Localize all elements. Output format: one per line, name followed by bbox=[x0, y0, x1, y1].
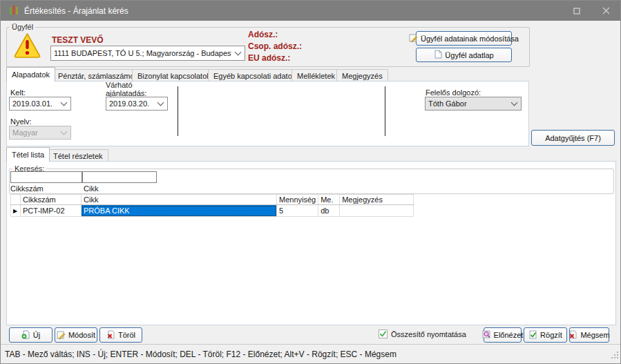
cell-mennyiseg[interactable]: 5 bbox=[277, 205, 318, 217]
grid-header-row: Cikkszám Cikk Mennyiség Me. Megjegyzés bbox=[11, 195, 414, 205]
adatgyujtes-button[interactable]: Adatgyűjtés (F7) bbox=[531, 130, 615, 146]
customer-datasheet-button[interactable]: Ügyfél adatlap bbox=[416, 48, 512, 62]
status-bar: TAB - Mező váltás; INS - Új; ENTER - Mód… bbox=[1, 344, 620, 364]
row-selector-icon: ▶ bbox=[11, 205, 21, 217]
status-bar-text: TAB - Mező váltás; INS - Új; ENTER - Mód… bbox=[5, 349, 397, 359]
customer-datasheet-label: Ügyfél adatlap bbox=[445, 51, 493, 59]
modify-button-label: Módosít bbox=[68, 331, 95, 339]
tab-mellekletek[interactable]: Mellékletek bbox=[292, 69, 341, 82]
customer-edit-button[interactable]: Ügyfél adatainak módosítása bbox=[416, 31, 512, 46]
tab-egyeb-kapcsolati-adatok[interactable]: Egyéb kapcsolati adatok bbox=[208, 69, 301, 82]
customer-address-combo[interactable]: 1111 BUDAPEST, TÓ U 5.; Magyarország - B… bbox=[50, 46, 245, 61]
cell-cikk-selected[interactable]: PRÓBA CIKK bbox=[82, 205, 277, 217]
customer-name: TESZT VEVŐ bbox=[52, 35, 104, 45]
new-button-label: Új bbox=[33, 331, 40, 339]
group-tax-number-label: Csop. adósz.: bbox=[248, 41, 302, 51]
customer-address-value: 1111 BUDAPEST, TÓ U 5.; Magyarország - B… bbox=[54, 49, 231, 57]
cancel-x-icon bbox=[569, 330, 577, 341]
varhato-date-value: 2019.03.20. bbox=[109, 99, 149, 108]
window-controls bbox=[562, 1, 620, 21]
nyelv-label: Nyelv: bbox=[10, 117, 32, 126]
grid-col-mennyiseg[interactable]: Mennyiség bbox=[277, 195, 318, 205]
eu-tax-number-label: EU adósz.: bbox=[248, 53, 290, 63]
grid-col-cikk[interactable]: Cikk bbox=[82, 195, 277, 205]
check-icon bbox=[379, 330, 387, 338]
maximize-button[interactable] bbox=[562, 1, 591, 21]
felelos-dolgozo-label: Felelős dolgozó: bbox=[426, 88, 481, 97]
tab-penztar-szamlaszamok[interactable]: Pénztár, számlaszámok bbox=[52, 69, 144, 82]
kelt-label: Kelt: bbox=[10, 88, 26, 97]
cancel-button-label: Mégsem bbox=[580, 331, 609, 339]
grid-col-cikkszam[interactable]: Cikkszám bbox=[21, 195, 82, 205]
kelt-date-value: 2019.03.01. bbox=[12, 99, 52, 108]
new-button[interactable]: Új bbox=[9, 327, 52, 343]
edit-pencil-icon bbox=[409, 33, 418, 44]
felelos-dolgozo-combo[interactable]: Tóth Gábor bbox=[425, 97, 522, 111]
nyelv-value: Magyar bbox=[12, 128, 38, 137]
preview-button-label: Előnézet bbox=[494, 331, 524, 339]
grid-col-me[interactable]: Me. bbox=[318, 195, 340, 205]
document-icon bbox=[434, 50, 442, 60]
resize-grip[interactable] bbox=[611, 351, 619, 361]
tab-megjegyzes[interactable]: Megjegyzés bbox=[336, 69, 388, 82]
print-preview-icon bbox=[482, 330, 491, 341]
edit-pencil-icon bbox=[57, 330, 66, 341]
cell-cikkszam[interactable]: PCT-IMP-02 bbox=[21, 205, 82, 217]
chevron-down-icon bbox=[61, 128, 68, 135]
title-bar[interactable]: Értékesítés - Árajánlat kérés bbox=[1, 1, 620, 21]
cell-me[interactable]: db bbox=[318, 205, 340, 217]
adatgyujtes-label: Adatgyűjtés (F7) bbox=[545, 134, 601, 142]
tab-tetel-lista[interactable]: Tétel lista bbox=[6, 147, 50, 162]
tab-alapadatok[interactable]: Alapadatok bbox=[6, 67, 55, 82]
varhato-date-combo[interactable]: 2019.03.20. bbox=[106, 97, 168, 111]
search-cikk-label: Cikk bbox=[84, 184, 98, 193]
summary-print-label[interactable]: Összesítő nyomtatása bbox=[391, 330, 466, 338]
tab-bizonylat-kapcsolatok[interactable]: Bizonylat kapcsolatok bbox=[132, 69, 216, 82]
delete-button-label: Töröl bbox=[118, 331, 135, 339]
summary-print-checkbox[interactable] bbox=[379, 329, 388, 338]
grid-col-megjegyzes[interactable]: Megjegyzés bbox=[340, 195, 414, 205]
app-window: Értékesítés - Árajánlat kérés Ügyfél TES… bbox=[0, 0, 621, 364]
cell-megjegyzes[interactable] bbox=[340, 205, 414, 217]
modify-button[interactable]: Módosít bbox=[55, 327, 97, 343]
chevron-down-icon bbox=[157, 99, 164, 106]
cancel-button[interactable]: Mégsem bbox=[569, 327, 609, 343]
search-cikk-input[interactable] bbox=[82, 171, 157, 183]
customer-edit-label: Ügyfél adatainak módosítása bbox=[421, 35, 519, 43]
nyelv-combo[interactable]: Magyar bbox=[9, 126, 71, 140]
grid-corner-cell bbox=[11, 195, 21, 205]
save-button[interactable]: Rögzít bbox=[524, 327, 567, 343]
kelt-date-combo[interactable]: 2019.03.01. bbox=[9, 97, 71, 111]
chevron-down-icon bbox=[511, 99, 518, 106]
form-divider-1 bbox=[178, 86, 178, 136]
new-page-plus-icon bbox=[21, 330, 30, 341]
chevron-down-icon bbox=[61, 99, 68, 106]
customer-group-label: Ügyfél bbox=[10, 23, 35, 31]
delete-button[interactable]: Töröl bbox=[99, 327, 142, 343]
felelos-dolgozo-value: Tóth Gábor bbox=[428, 99, 467, 108]
app-logo-icon bbox=[9, 5, 19, 17]
save-check-icon bbox=[528, 330, 537, 341]
preview-button[interactable]: Előnézet bbox=[484, 327, 522, 343]
varhato-label-line1: Várható bbox=[106, 81, 133, 89]
delete-x-icon bbox=[106, 330, 115, 341]
save-button-label: Rögzít bbox=[540, 331, 562, 339]
search-cikkszam-label: Cikkszám bbox=[10, 184, 44, 193]
search-cikkszam-input[interactable] bbox=[10, 171, 82, 183]
grid-data-row: ▶ PCT-IMP-02 PRÓBA CIKK 5 db bbox=[11, 205, 414, 217]
close-button[interactable] bbox=[591, 1, 620, 21]
form-divider-2 bbox=[385, 86, 385, 136]
tax-number-label: Adósz.: bbox=[248, 30, 278, 39]
warning-icon bbox=[13, 32, 41, 60]
chevron-down-icon bbox=[235, 49, 242, 56]
window-title: Értékesítés - Árajánlat kérés bbox=[24, 6, 128, 16]
item-grid: Cikkszám Cikk Mennyiség Me. Megjegyzés ▶… bbox=[10, 194, 414, 217]
tab-tetel-reszletek[interactable]: Tétel részletek bbox=[48, 149, 108, 162]
